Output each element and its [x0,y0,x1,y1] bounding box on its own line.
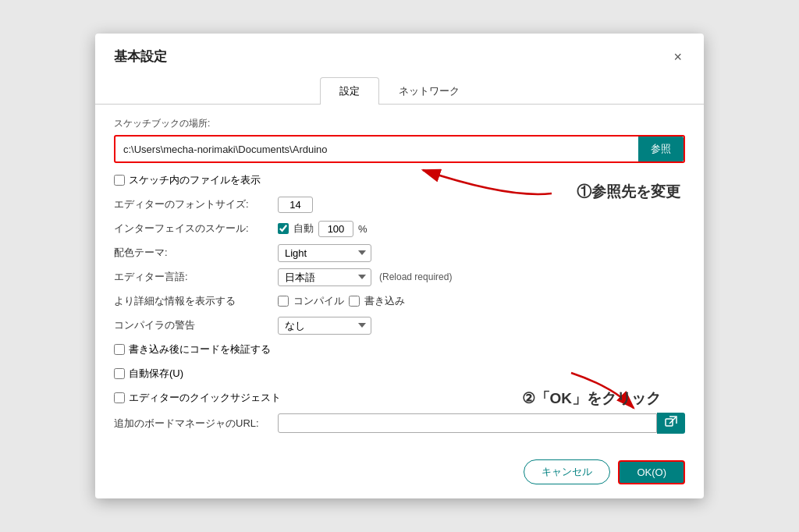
theme-select[interactable]: Light Dark [278,244,371,262]
upload-checkbox[interactable] [349,296,360,307]
svg-rect-0 [666,419,673,426]
quick-suggest-row: エディターのクイックサジェスト [114,388,685,407]
url-button[interactable] [657,413,685,434]
scale-input[interactable] [318,221,353,237]
warning-select[interactable]: なし デフォルト その他 全て [278,317,371,335]
show-files-row: スケッチ内のファイルを表示 [114,171,685,190]
dialog-header: 基本設定 × [95,34,704,66]
compiler-warning-label: コンパイラの警告 [114,318,278,332]
close-button[interactable]: × [670,48,685,66]
tabs-bar: 設定 ネットワーク [95,76,704,105]
language-row: エディター言語: 日本語 (Reload required) [114,268,685,286]
path-row: 参照 [114,135,685,163]
autosave-label: 自動保存(U) [129,367,183,381]
interface-scale-label: インターフェイスのスケール: [114,222,278,236]
language-select[interactable]: 日本語 [278,268,371,286]
sketchbook-label: スケッチブックの場所: [114,117,685,130]
url-label: 追加のボードマネージャのURL: [114,417,278,431]
scale-unit: % [358,223,368,235]
theme-label: 配色テーマ: [114,246,278,260]
verbose-row: より詳細な情報を表示する コンパイル 書き込み [114,292,685,310]
ok-button[interactable]: OK(O) [618,460,685,484]
path-input[interactable] [115,138,638,161]
cancel-button[interactable]: キャンセル [524,459,610,484]
dialog-body: スケッチブックの場所: 参照 スケッチ内のファイルを表示 エディターのフォントサ… [95,105,704,452]
browse-button[interactable]: 参照 [638,137,684,161]
tab-settings[interactable]: 設定 [320,77,379,105]
url-row: 追加のボードマネージャのURL: [114,413,685,434]
dialog-footer: キャンセル OK(O) [95,452,704,498]
dialog-title: 基本設定 [114,48,167,66]
quick-suggest-label: エディターのクイックサジェスト [129,391,281,405]
font-size-row: エディターのフォントサイズ: [114,195,685,214]
upload-label: 書き込み [364,294,405,308]
verify-checkbox[interactable] [114,344,125,355]
show-files-label: スケッチ内のファイルを表示 [129,173,261,187]
show-files-checkbox[interactable] [114,175,125,186]
compiler-warning-row: コンパイラの警告 なし デフォルト その他 全て [114,316,685,335]
language-label: エディター言語: [114,270,278,284]
interface-scale-row: インターフェイスのスケール: 自動 % [114,219,685,238]
verify-row: 書き込み後にコードを検証する [114,340,685,359]
auto-scale-checkbox[interactable] [278,223,289,234]
theme-row: 配色テーマ: Light Dark [114,243,685,262]
auto-label: 自動 [293,222,314,236]
autosave-checkbox[interactable] [114,368,125,379]
url-input[interactable] [278,413,657,433]
link-icon [665,416,677,428]
font-size-input[interactable] [278,197,313,213]
verify-label: 書き込み後にコードを検証する [129,342,271,356]
reload-note: (Reload required) [379,271,452,282]
tab-network[interactable]: ネットワーク [379,77,479,105]
autosave-row: 自動保存(U) [114,364,685,383]
verbose-label: より詳細な情報を表示する [114,294,278,308]
compile-checkbox[interactable] [278,296,289,307]
compile-label: コンパイル [293,294,344,308]
font-size-label: エディターのフォントサイズ: [114,197,278,211]
quick-suggest-checkbox[interactable] [114,392,125,403]
